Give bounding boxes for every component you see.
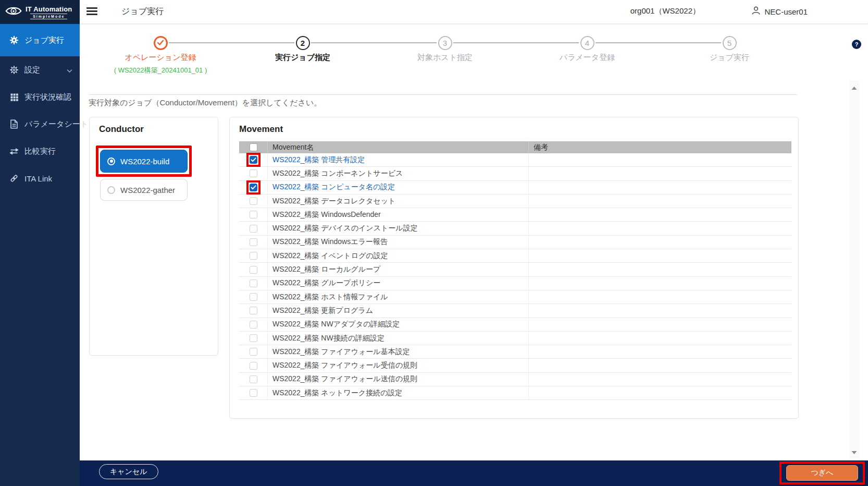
sidebar-item-compare-run[interactable]: 比較実行 <box>0 138 80 165</box>
checkbox-annotation <box>246 180 261 195</box>
movement-row: WS2022_構築 コンポーネントサービス <box>239 167 791 180</box>
movement-name-link[interactable]: WS2022_構築 WindowsDefender <box>268 208 529 221</box>
app-logo[interactable]: IT Automation SimpleMode <box>0 0 80 24</box>
checkbox-cell <box>239 195 268 208</box>
checkbox-cell <box>239 249 268 262</box>
checkbox-cell <box>239 318 268 331</box>
remark-cell <box>529 373 791 386</box>
row-checkbox-unchecked[interactable] <box>250 334 257 342</box>
row-checkbox-checked[interactable] <box>250 184 257 191</box>
remark-cell <box>529 236 791 249</box>
movement-table-body: WS2022_構築 管理共有設定WS2022_構築 コンポーネントサービスWS2… <box>239 153 791 400</box>
row-checkbox-unchecked[interactable] <box>250 348 257 356</box>
select-all-checkbox[interactable] <box>250 143 257 151</box>
row-checkbox-unchecked[interactable] <box>250 211 257 218</box>
movement-name-link[interactable]: WS2022_構築 コンポーネントサービス <box>268 167 529 180</box>
movement-name-link[interactable]: WS2022_構築 コンピュータ名の設定 <box>268 181 529 194</box>
remark-cell <box>529 195 791 208</box>
row-checkbox-unchecked[interactable] <box>250 389 257 397</box>
remark-cell <box>529 290 791 303</box>
movement-name-link[interactable]: WS2022_構築 NWアダプタの詳細設定 <box>268 318 529 331</box>
brand-title: IT Automation <box>26 5 72 13</box>
movement-row: WS2022_構築 イベントログの設定 <box>239 249 791 263</box>
movement-name-link[interactable]: WS2022_構築 更新プログラム <box>268 304 529 317</box>
stepper-connector <box>169 42 294 43</box>
radio-unselected-icon[interactable] <box>107 186 115 194</box>
checkbox-cell <box>239 345 268 358</box>
movement-row: WS2022_構築 ローカルグループ <box>239 263 791 276</box>
movement-row: WS2022_構築 更新プログラム <box>239 304 791 318</box>
movement-table: Movement名 備考 WS2022_構築 管理共有設定WS2022_構築 コ… <box>239 141 791 400</box>
sidebar-item-ita-link[interactable]: ITA Link <box>0 165 80 192</box>
movement-name-link[interactable]: WS2022_構築 ローカルグループ <box>268 263 529 276</box>
movement-row: WS2022_構築 管理共有設定 <box>239 153 791 167</box>
row-checkbox-unchecked[interactable] <box>250 307 257 314</box>
conductor-option-ws2022-gather[interactable]: WS2022-gather <box>100 179 188 201</box>
movement-name-link[interactable]: WS2022_構築 ネットワーク接続の設定 <box>268 386 529 399</box>
sidebar-item-job-run[interactable]: ジョブ実行 <box>0 24 80 56</box>
sidebar-item-label: ジョブ実行 <box>24 35 64 45</box>
movement-name-link[interactable]: WS2022_構築 ファイアウォール受信の規則 <box>268 359 529 372</box>
sidebar-item-label: パラメータシート <box>24 119 88 129</box>
row-checkbox-unchecked[interactable] <box>250 197 257 205</box>
movement-name-link[interactable]: WS2022_構築 NW接続の詳細設定 <box>268 332 529 345</box>
conductor-option-ws2022-build[interactable]: WS2022-build <box>100 150 188 173</box>
user-menu[interactable]: NEC-user01 <box>751 5 808 18</box>
scroll-down-icon[interactable] <box>849 448 859 456</box>
row-checkbox-unchecked[interactable] <box>250 252 257 260</box>
movement-row: WS2022_構築 デバイスのインストール設定 <box>239 222 791 235</box>
movement-name-link[interactable]: WS2022_構築 ファイアウォール送信の規則 <box>268 373 529 386</box>
selected-conductor-annotation: WS2022-build <box>96 145 192 177</box>
scroll-up-icon[interactable] <box>849 84 859 92</box>
movement-row: WS2022_構築 ファイアウォール受信の規則 <box>239 359 791 372</box>
movement-name-link[interactable]: WS2022_構築 ホスト情報ファイル <box>268 290 529 303</box>
conductor-panel: Conductor WS2022-buildWS2022-gather <box>89 117 218 356</box>
movement-table-header: Movement名 備考 <box>239 141 791 153</box>
sidebar-item-settings[interactable]: 設定 <box>0 56 80 83</box>
checkbox-cell <box>239 386 268 399</box>
remark-cell <box>529 263 791 276</box>
movement-row: WS2022_構築 WindowsDefender <box>239 208 791 222</box>
checkbox-cell <box>239 236 268 249</box>
row-checkbox-checked[interactable] <box>250 156 257 164</box>
sidebar-item-label: 設定 <box>24 65 40 75</box>
help-icon[interactable]: ? <box>852 40 861 49</box>
movement-name-link[interactable]: WS2022_構築 イベントログの設定 <box>268 249 529 262</box>
row-checkbox-unchecked[interactable] <box>250 321 257 329</box>
section-divider <box>89 94 797 95</box>
movement-row: WS2022_構築 ネットワーク接続の設定 <box>239 386 791 400</box>
remark-cell <box>529 181 791 194</box>
row-checkbox-unchecked[interactable] <box>250 293 257 301</box>
gear-solid-icon <box>9 35 19 45</box>
sidebar-item-parameter-sheet[interactable]: パラメータシート <box>0 111 80 138</box>
step-2-circle: 2 <box>296 36 310 50</box>
row-checkbox-unchecked[interactable] <box>250 266 257 274</box>
movement-name-link[interactable]: WS2022_構築 グループポリシー <box>268 277 529 290</box>
movement-panel: Movement Movement名 備考 WS2022_構築 管理共有設定WS… <box>229 117 799 419</box>
movement-name-link[interactable]: WS2022_構築 ファイアウォール基本設定 <box>268 345 529 358</box>
radio-selected-icon[interactable] <box>107 157 115 165</box>
sidebar-item-status-check[interactable]: 実行状況確認 <box>0 83 80 111</box>
movement-name-link[interactable]: WS2022_構築 データコレクタセット <box>268 195 529 208</box>
vertical-scrollbar[interactable] <box>849 81 859 458</box>
gear-outline-icon <box>9 65 19 75</box>
checkbox-cell <box>239 167 268 180</box>
sidebar-item-label: ITA Link <box>24 174 52 183</box>
movement-name-link[interactable]: WS2022_構築 デバイスのインストール設定 <box>268 222 529 235</box>
cancel-button[interactable]: キャンセル <box>99 464 158 479</box>
row-checkbox-unchecked[interactable] <box>250 238 257 246</box>
row-checkbox-unchecked[interactable] <box>250 225 257 233</box>
row-checkbox-unchecked[interactable] <box>250 375 257 383</box>
movement-name-link[interactable]: WS2022_構築 管理共有設定 <box>268 153 529 166</box>
brand-eye-icon <box>5 4 22 20</box>
next-button[interactable]: つぎへ <box>786 465 858 481</box>
row-checkbox-unchecked[interactable] <box>250 280 257 287</box>
remark-cell <box>529 304 791 317</box>
menu-toggle-icon[interactable] <box>86 7 97 16</box>
row-checkbox-unchecked[interactable] <box>250 362 257 370</box>
row-checkbox-unchecked[interactable] <box>250 169 257 177</box>
movement-name-link[interactable]: WS2022_構築 Windowsエラー報告 <box>268 236 529 249</box>
movement-row: WS2022_構築 NW接続の詳細設定 <box>239 332 791 345</box>
movement-row: WS2022_構築 NWアダプタの詳細設定 <box>239 318 791 332</box>
movement-row: WS2022_構築 グループポリシー <box>239 277 791 290</box>
